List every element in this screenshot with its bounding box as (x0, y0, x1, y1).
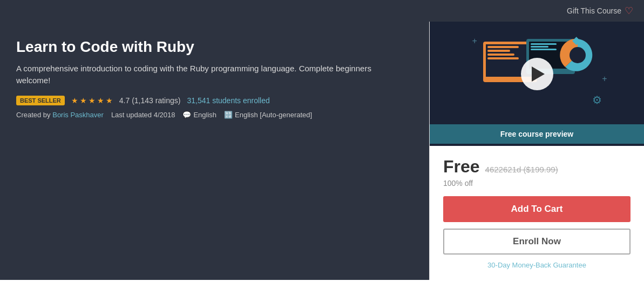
rating-number: 4.7 (119, 96, 130, 105)
creator-link[interactable]: Boris Paskhaver (52, 111, 104, 119)
preview-label: Free course preview (430, 124, 644, 144)
star-5: ★ (106, 96, 113, 105)
sidebar: + + (429, 22, 644, 280)
plus-icon-2: + (602, 74, 607, 84)
star-2: ★ (80, 96, 87, 105)
caption-item: 🔡 English [Auto-generated] (224, 111, 312, 119)
gift-course-label: Gift This Course (567, 6, 621, 15)
meta-row: BEST SELLER ★ ★ ★ ★ ★ 4.7 (1,143 ratings… (16, 96, 413, 105)
illustration-container: + + (462, 31, 613, 117)
price-row: Free 4622621d ($199.99) (443, 157, 631, 177)
star-3: ★ (89, 96, 96, 105)
svg-point-1 (570, 47, 586, 63)
speech-bubble-icon: 💬 (182, 111, 191, 119)
code-line-4 (487, 57, 519, 59)
course-subtitle: A comprehensive introduction to coding w… (16, 63, 394, 87)
code-line-blue-3 (531, 49, 557, 50)
add-to-cart-button[interactable]: Add To Cart (443, 196, 631, 222)
creator-prefix: Created by (16, 111, 51, 119)
plus-icon-1: + (472, 36, 477, 46)
course-title: Learn to Code with Ruby (16, 38, 413, 56)
hero-content-wrapper: Learn to Code with Ruby A comprehensive … (0, 22, 644, 280)
diamond-icon: ◆ (572, 34, 580, 46)
gift-course-area[interactable]: Gift This Course ♡ (567, 5, 633, 17)
language-item: 💬 English (182, 111, 216, 119)
play-button[interactable] (521, 58, 553, 90)
caption-label: English [Auto-generated] (235, 111, 312, 119)
page-wrapper: Gift This Course ♡ Learn to Code with Ru… (0, 0, 644, 281)
price-original: 4622621d ($199.99) (485, 165, 558, 174)
code-line-3 (487, 53, 514, 56)
play-triangle-icon (532, 66, 545, 82)
code-line-blue-2 (531, 46, 548, 48)
students-enrolled: 31,541 students enrolled (187, 96, 269, 105)
star-1: ★ (71, 96, 78, 105)
code-line-2 (487, 50, 510, 52)
preview-area[interactable]: + + (430, 22, 644, 146)
ratings-count: (1,143 ratings) (132, 96, 180, 105)
money-back-guarantee: 30-Day Money-Back Guarantee (443, 261, 631, 269)
heart-icon: ♡ (625, 5, 633, 17)
code-line-blue-1 (531, 43, 557, 45)
price-free: Free (443, 157, 480, 177)
caption-icon: 🔡 (224, 111, 233, 119)
hero-section: Learn to Code with Ruby A comprehensive … (0, 22, 429, 280)
discount-text: 100% off (443, 179, 631, 188)
rating-value: 4.7 (1,143 ratings) (119, 96, 181, 105)
top-bar: Gift This Course ♡ (0, 0, 644, 22)
language-label: English (193, 111, 216, 119)
preview-illustration: + + (430, 24, 644, 124)
star-4: ★ (97, 96, 104, 105)
code-line-1 (487, 46, 519, 48)
star-rating: ★ ★ ★ ★ ★ (71, 96, 113, 105)
creator-row: Created by Boris Paskhaver Last updated … (16, 111, 413, 119)
gear-icon-illus: ⚙ (592, 93, 602, 106)
last-updated: Last updated 4/2018 (111, 111, 175, 119)
pricing-section: Free 4622621d ($199.99) 100% off Add To … (430, 146, 644, 280)
best-seller-badge: BEST SELLER (16, 96, 65, 105)
created-by-label: Created by Boris Paskhaver (16, 111, 104, 119)
enroll-now-button[interactable]: Enroll Now (443, 229, 631, 255)
